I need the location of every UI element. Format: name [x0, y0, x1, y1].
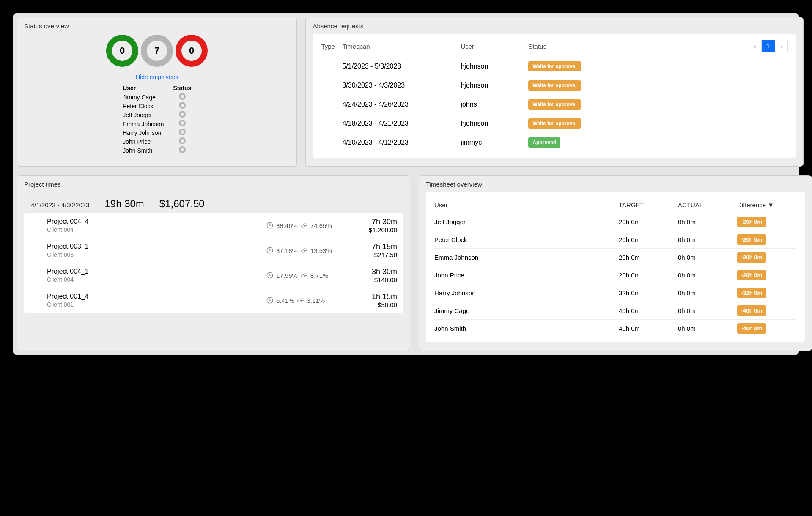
timesheet-row: Harry Johnson 32h 0m 0h 0m -32h 0m — [434, 284, 796, 302]
money-icon — [300, 247, 308, 254]
project-client: Client 003 — [47, 251, 266, 258]
hide-employees-link[interactable]: Hide employees — [24, 74, 290, 80]
timesheet-col-target: TARGET — [619, 201, 678, 209]
absence-header: Type Timespan User Status ‹ 1 › — [321, 40, 788, 52]
project-time-pct: 6.41% — [276, 297, 294, 304]
employee-row: John Price — [118, 137, 195, 145]
absence-user: hjohnson — [461, 82, 528, 89]
status-ring-green: 0 — [106, 35, 138, 67]
employee-status — [169, 93, 195, 101]
timesheet-target: 40h 0m — [619, 307, 678, 314]
project-times-summary: 4/1/2023 - 4/30/2023 19h 30m $1,607.50 — [24, 192, 403, 213]
employee-name: Harry Johnson — [118, 129, 168, 137]
absence-timespan: 3/30/2023 - 4/3/2023 — [342, 82, 461, 89]
absence-row[interactable]: 4/10/2023 - 4/12/2023 jimmyc Approved — [321, 133, 788, 152]
clock-icon — [266, 222, 274, 229]
money-icon — [300, 272, 308, 279]
timesheet-actual: 0h 0m — [678, 218, 737, 225]
project-row[interactable]: Project 001_4 Client 001 6.41% 3.11% 1h … — [24, 288, 403, 313]
status-dot-icon — [179, 102, 186, 109]
absence-row[interactable]: 4/24/2023 - 4/26/2023 johns Waits for ap… — [321, 95, 788, 114]
timesheet-title: Timesheet overview — [426, 181, 805, 188]
absence-timespan: 4/10/2023 - 4/12/2023 — [342, 139, 461, 146]
project-time: 7h 15m — [346, 242, 397, 251]
employee-name: Jimmy Cage — [118, 93, 168, 101]
project-money-pct: 3.11% — [307, 297, 325, 304]
clock-icon — [266, 247, 274, 254]
project-time: 3h 30m — [346, 267, 397, 276]
timesheet-actual: 0h 0m — [678, 325, 737, 332]
timesheet-header: User TARGET ACTUAL Difference ▼ — [434, 197, 796, 213]
timesheet-user: Jeff Jogger — [434, 218, 619, 225]
employee-status — [169, 137, 195, 145]
project-percents: 17.95% 8.71% — [266, 272, 346, 279]
project-times-total-time: 19h 30m — [104, 198, 144, 210]
project-row[interactable]: Project 004_4 Client 004 38.46% 74.65% 7… — [24, 213, 403, 238]
project-name: Project 001_4 — [47, 293, 266, 300]
absence-row[interactable]: 3/30/2023 - 4/3/2023 hjohnson Waits for … — [321, 76, 788, 95]
timesheet-actual: 0h 0m — [678, 272, 737, 279]
timesheet-row: John Smith 40h 0m 0h 0m -40h 0m — [434, 320, 796, 337]
absence-pager: ‹ 1 › — [749, 40, 788, 52]
employee-col-user: User — [118, 85, 168, 92]
project-client: Client 001 — [47, 301, 266, 308]
employee-name: Jeff Jogger — [118, 111, 168, 119]
absence-col-timespan: Timespan — [342, 43, 461, 50]
status-dot-icon — [179, 120, 186, 126]
dashboard: Status overview 0 7 0 Hide employees Use… — [13, 13, 799, 355]
employee-col-status: Status — [169, 85, 195, 92]
status-dot-icon — [179, 137, 186, 144]
pager-next[interactable]: › — [775, 40, 787, 52]
pager-prev[interactable]: ‹ — [749, 40, 761, 52]
employee-row: Emma Johnson — [118, 120, 195, 128]
absence-user: jimmyc — [461, 139, 528, 146]
absence-user: hjohnson — [461, 63, 528, 70]
timesheet-diff-badge: -40h 0m — [737, 305, 766, 316]
project-percents: 37.18% 13.53% — [266, 247, 346, 254]
employee-name: John Smith — [118, 146, 168, 154]
absence-col-type: Type — [321, 43, 342, 50]
timesheet-diff-badge: -20h 0m — [737, 252, 766, 263]
project-time: 1h 15m — [346, 292, 397, 301]
absence-row[interactable]: 4/18/2023 - 4/21/2023 hjohnson Waits for… — [321, 114, 788, 133]
timesheet-col-user: User — [434, 201, 619, 209]
project-row[interactable]: Project 004_1 Client 004 17.95% 8.71% 3h… — [24, 263, 403, 288]
timesheet-user: Emma Johnson — [434, 254, 619, 261]
timesheet-row: Jimmy Cage 40h 0m 0h 0m -40h 0m — [434, 302, 796, 320]
employee-row: Peter Clock — [118, 102, 195, 110]
employee-name: Emma Johnson — [118, 120, 168, 128]
timesheet-col-difference[interactable]: Difference ▼ — [737, 201, 796, 209]
employee-status — [169, 120, 195, 128]
timesheet-target: 20h 0m — [619, 254, 678, 261]
project-amount: $1,200.00 — [346, 226, 397, 233]
employee-row: Jimmy Cage — [118, 93, 195, 101]
absence-row[interactable]: 5/1/2023 - 5/3/2023 hjohnson Waits for a… — [321, 57, 788, 76]
timesheet-target: 20h 0m — [619, 272, 678, 279]
employee-row: Jeff Jogger — [118, 111, 195, 119]
clock-icon — [266, 296, 274, 304]
pager-page-1[interactable]: 1 — [761, 40, 775, 52]
money-icon — [300, 222, 308, 229]
status-dot-icon — [179, 93, 186, 100]
project-row[interactable]: Project 003_1 Client 003 37.18% 13.53% 7… — [24, 238, 403, 263]
project-times-total-amount: $1,607.50 — [159, 198, 205, 210]
absence-title: Absence requests — [313, 22, 796, 30]
project-client: Client 004 — [47, 276, 266, 283]
project-times-panel: Project times 4/1/2023 - 4/30/2023 19h 3… — [17, 175, 410, 351]
status-ring-red: 0 — [176, 35, 208, 67]
employee-row: Harry Johnson — [118, 129, 195, 137]
project-time-pct: 17.95% — [276, 272, 298, 279]
project-amount: $217.50 — [346, 251, 397, 258]
timesheet-diff-badge: -20h 0m — [737, 270, 766, 280]
timesheet-row: Emma Johnson 20h 0m 0h 0m -20h 0m — [434, 249, 796, 266]
timesheet-user: John Price — [434, 272, 619, 279]
absence-timespan: 5/1/2023 - 5/3/2023 — [342, 63, 461, 70]
employee-row: John Smith — [118, 146, 195, 154]
status-rings: 0 7 0 — [24, 35, 290, 67]
project-client: Client 004 — [47, 226, 266, 233]
status-ring-gray: 7 — [141, 35, 173, 67]
absence-status-badge: Waits for approval — [528, 80, 581, 91]
status-overview-panel: Status overview 0 7 0 Hide employees Use… — [17, 17, 297, 167]
timesheet-panel: Timesheet overview User TARGET ACTUAL Di… — [419, 175, 812, 351]
absence-user: hjohnson — [461, 120, 528, 127]
